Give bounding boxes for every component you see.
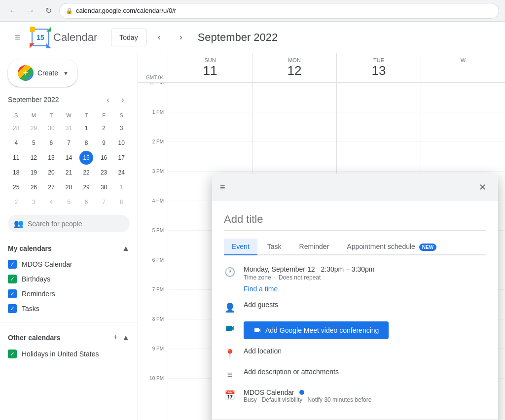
mini-day-7[interactable]: 7	[62, 136, 75, 150]
mini-day-3[interactable]: 3	[114, 121, 128, 135]
sidebar-item-reminders[interactable]: ✓ Reminders	[8, 286, 130, 301]
mini-day-22[interactable]: 22	[79, 166, 93, 179]
timezone-label[interactable]: Time zone	[244, 274, 271, 281]
calendar-name-text[interactable]: MDOS Calendar	[244, 388, 294, 396]
browser-refresh-btn[interactable]: ↻	[41, 4, 55, 18]
modal-description-content[interactable]: Add description or attachments	[244, 368, 486, 376]
sidebar-item-tasks[interactable]: ✓ Tasks	[8, 301, 130, 316]
holidays-checkbox[interactable]: ✓	[8, 350, 17, 358]
mini-day-4[interactable]: 4	[9, 136, 23, 150]
mini-day-30-prev[interactable]: 30	[44, 121, 58, 135]
time-label-3pm: 3 PM	[138, 169, 168, 198]
search-people-input[interactable]	[28, 220, 124, 228]
modal-close-button[interactable]: ✕	[474, 179, 490, 195]
mini-day-16[interactable]: 16	[97, 151, 111, 165]
mini-next-btn[interactable]: ›	[116, 93, 130, 106]
browser-back-btn[interactable]: ←	[6, 4, 20, 18]
tab-appointment[interactable]: Appointment schedule NEW	[339, 239, 444, 255]
mini-day-25[interactable]: 25	[9, 180, 23, 194]
sidebar-item-mdos[interactable]: ✓ MDOS Calendar	[8, 257, 130, 272]
hamburger-button[interactable]: ☰	[8, 28, 28, 47]
mini-day-17[interactable]: 17	[114, 151, 128, 165]
mini-day-29[interactable]: 29	[79, 180, 93, 194]
mini-day-27[interactable]: 27	[44, 180, 58, 194]
mini-day-28[interactable]: 28	[62, 180, 75, 194]
browser-address-bar[interactable]: 🔒 calendar.google.com/calendar/u/0/r	[59, 3, 499, 19]
event-date[interactable]: Monday, September 12	[244, 265, 315, 273]
tab-reminder[interactable]: Reminder	[291, 239, 337, 255]
reminders-checkbox[interactable]: ✓	[8, 289, 17, 298]
mini-day-12[interactable]: 12	[27, 151, 40, 165]
mini-calendar-header: September 2022 ‹ ›	[8, 93, 130, 106]
add-location-text[interactable]: Add location	[244, 347, 282, 355]
add-guests-text[interactable]: Add guests	[244, 301, 278, 309]
find-time-link[interactable]: Find a time	[244, 285, 278, 293]
birthdays-checkbox[interactable]: ✓	[8, 275, 17, 283]
mini-day-2-next[interactable]: 2	[9, 195, 23, 209]
meet-video-icon	[253, 326, 261, 334]
mini-day-7-next[interactable]: 7	[97, 195, 111, 209]
other-calendars-add-icon[interactable]: +	[113, 332, 118, 343]
mini-day-26[interactable]: 26	[27, 180, 40, 194]
mini-day-30[interactable]: 30	[97, 180, 111, 194]
next-month-button[interactable]: ›	[172, 29, 190, 46]
mini-day-header-s1: S	[8, 110, 25, 120]
sidebar-item-holidays[interactable]: ✓ Holidays in United States	[8, 347, 130, 361]
mini-day-15-today[interactable]: 15	[79, 151, 93, 165]
mini-day-10[interactable]: 10	[114, 136, 128, 150]
mini-day-2[interactable]: 2	[97, 121, 111, 135]
mini-day-19[interactable]: 19	[27, 166, 40, 179]
mini-day-6[interactable]: 6	[44, 136, 58, 150]
mdos-checkbox[interactable]: ✓	[8, 260, 17, 269]
mini-day-8-next[interactable]: 8	[114, 195, 128, 209]
tab-event[interactable]: Event	[224, 239, 257, 255]
create-button[interactable]: + Create ▾	[8, 59, 77, 87]
modal-location-content[interactable]: Add location	[244, 347, 486, 355]
browser-forward-btn[interactable]: →	[24, 4, 37, 18]
my-calendars-header[interactable]: My calendars ▲	[8, 240, 130, 257]
tasks-checkbox[interactable]: ✓	[8, 304, 17, 313]
mini-day-13[interactable]: 13	[44, 151, 58, 165]
mini-day-1-next[interactable]: 1	[114, 180, 128, 194]
gmt-label: GMT-04	[138, 53, 168, 82]
day-header-mon: MON 12	[252, 53, 336, 82]
mini-day-28-prev[interactable]: 28	[9, 121, 23, 135]
time-label-9pm: 9 PM	[138, 346, 168, 376]
modal-time-display: Monday, September 12 2:30pm – 3:30pm	[244, 265, 486, 273]
mini-day-3-next[interactable]: 3	[27, 195, 40, 209]
mini-day-20[interactable]: 20	[44, 166, 58, 179]
event-time-range[interactable]: 2:30pm – 3:30pm	[321, 265, 375, 273]
prev-month-button[interactable]: ‹	[150, 29, 168, 46]
mini-day-31-prev[interactable]: 31	[62, 121, 75, 135]
mini-day-8[interactable]: 8	[79, 136, 93, 150]
mini-day-21[interactable]: 21	[62, 166, 75, 179]
add-description-text[interactable]: Add description or attachments	[244, 368, 339, 376]
today-button[interactable]: Today	[111, 29, 146, 46]
mini-day-6-next[interactable]: 6	[79, 195, 93, 209]
mini-day-18[interactable]: 18	[9, 166, 23, 179]
mini-calendar-title: September 2022	[8, 96, 59, 104]
repeat-label[interactable]: Does not repeat	[279, 274, 321, 281]
mini-day-1[interactable]: 1	[79, 121, 93, 135]
tab-task[interactable]: Task	[259, 239, 289, 255]
event-title-input[interactable]	[224, 209, 486, 231]
search-people-field[interactable]: 👥	[8, 215, 130, 232]
mini-day-5-next[interactable]: 5	[62, 195, 75, 209]
modal-find-time-row: Find a time	[244, 285, 486, 293]
sidebar-item-birthdays[interactable]: ✓ Birthdays	[8, 272, 130, 286]
other-calendars-header[interactable]: Other calendars + ▲	[8, 328, 130, 347]
mini-day-9[interactable]: 9	[97, 136, 111, 150]
mini-day-14[interactable]: 14	[62, 151, 75, 165]
mini-day-4-next[interactable]: 4	[44, 195, 58, 209]
day-header-wed: W	[421, 53, 505, 82]
mini-day-5[interactable]: 5	[27, 136, 40, 150]
mini-day-29-prev[interactable]: 29	[27, 121, 40, 135]
mini-prev-btn[interactable]: ‹	[101, 93, 115, 106]
mini-day-24[interactable]: 24	[114, 166, 128, 179]
birthdays-label: Birthdays	[22, 275, 50, 283]
modal-guests-content[interactable]: Add guests	[244, 301, 486, 309]
time-column: 12 PM 1 PM 2 PM 3 PM 4 PM 5 PM 6 PM 7 PM…	[138, 83, 168, 420]
mini-day-11[interactable]: 11	[9, 151, 23, 165]
mini-day-23[interactable]: 23	[97, 166, 111, 179]
add-meet-button[interactable]: Add Google Meet video conferencing	[244, 321, 389, 339]
